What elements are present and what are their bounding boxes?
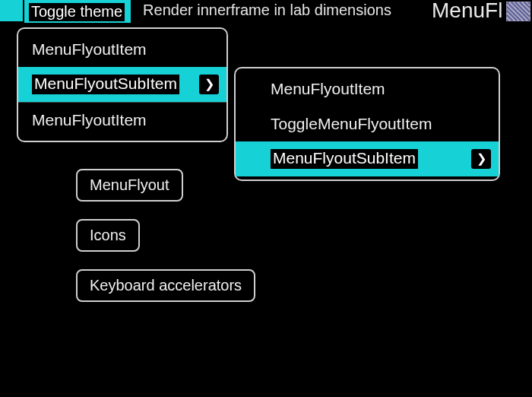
menu-item-label: MenuFlyoutItem [271, 80, 385, 98]
menu-flyout-primary: MenuFlyoutItem MenuFlyoutSubItem ❯ MenuF… [17, 27, 228, 142]
toggle-theme-button[interactable]: Toggle theme [24, 0, 131, 23]
render-innerframe-label[interactable]: Render innerframe in lab dimensions [143, 2, 391, 19]
page-title-cropped: MenuFl [432, 0, 502, 23]
menu-flyout-cascading: MenuFlyoutItem ToggleMenuFlyoutItem Menu… [234, 67, 500, 181]
menu-item[interactable]: MenuFlyoutItem [18, 32, 226, 67]
menu-item-label: MenuFlyoutSubItem [271, 149, 418, 169]
icons-button[interactable]: Icons [76, 219, 140, 252]
menu-subitem-active[interactable]: MenuFlyoutSubItem ❯ [18, 67, 226, 102]
menuflyout-button[interactable]: MenuFlyout [76, 169, 183, 202]
selection-tool-icon[interactable] [506, 2, 530, 21]
menu-item[interactable]: MenuFlyoutItem [236, 71, 499, 106]
menu-item[interactable]: MenuFlyoutItem [18, 103, 226, 138]
menu-item-label: MenuFlyoutItem [32, 111, 147, 129]
menu-item-label: ToggleMenuFlyoutItem [271, 115, 432, 133]
toggle-theme-label: Toggle theme [29, 3, 125, 21]
top-bar: Toggle theme Render innerframe in lab di… [0, 0, 532, 26]
menu-item-label: MenuFlyoutItem [32, 40, 147, 59]
chevron-right-icon: ❯ [471, 149, 491, 169]
toggle-menu-item[interactable]: ToggleMenuFlyoutItem [236, 106, 499, 141]
menu-item-label: MenuFlyoutSubItem [32, 75, 179, 94]
top-accent-strip [0, 0, 23, 21]
keyboard-accelerators-button[interactable]: Keyboard accelerators [76, 269, 255, 302]
menu-subitem-active[interactable]: MenuFlyoutSubItem ❯ [236, 141, 499, 176]
chevron-right-icon: ❯ [199, 75, 219, 94]
